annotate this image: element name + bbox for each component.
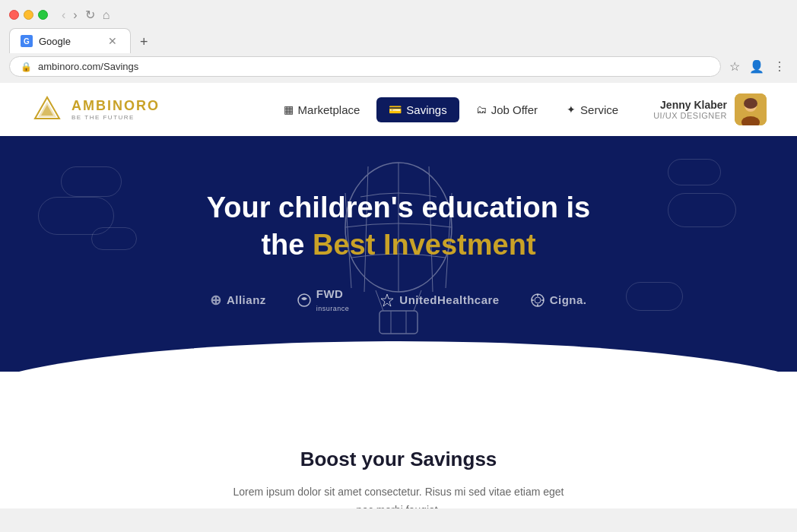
hero-title-line1: Your children's education is xyxy=(207,192,591,223)
cloud-decoration-6 xyxy=(626,282,683,311)
cloud-decoration-4 xyxy=(668,193,736,227)
bookmark-button[interactable]: ☆ xyxy=(727,57,742,76)
toolbar-icons: ☆ 👤 ⋮ xyxy=(727,57,788,76)
cigna-label: Cigna. xyxy=(550,293,587,306)
logo-tagline: BE THE FUTURE xyxy=(71,114,160,121)
nav-savings[interactable]: 💳 Savings xyxy=(376,97,459,122)
address-text: ambinoro.com/Savings xyxy=(38,61,710,72)
menu-button[interactable]: ⋮ xyxy=(771,57,788,76)
hero-title-highlight: Best Investment xyxy=(313,229,536,261)
partner-allianz: ⊕ Allianz xyxy=(210,292,265,309)
nav-marketplace[interactable]: ▦ Marketplace xyxy=(271,97,373,122)
hero-title-line2: the Best Investment xyxy=(261,229,535,261)
reload-button[interactable]: ↻ xyxy=(82,6,98,24)
partners-section: ⊕ Allianz FWDinsurance UnitedHealthcare xyxy=(210,287,586,313)
nav-job-offer-label: Job Offer xyxy=(491,103,538,116)
tab-title: Google xyxy=(39,36,100,47)
user-info: Jenny Klaber UI/UX DESIGNER xyxy=(653,99,727,120)
below-fold-section: Boost your Savingss Lorem ipsum dolor si… xyxy=(0,402,797,508)
user-area[interactable]: Jenny Klaber UI/UX DESIGNER xyxy=(653,93,767,125)
logo-area[interactable]: AMBINORO BE THE FUTURE xyxy=(30,96,160,123)
logo-name: AMBINORO xyxy=(71,98,160,114)
united-label: UnitedHealthcare xyxy=(399,293,499,306)
maximize-button[interactable] xyxy=(38,10,48,20)
address-bar[interactable]: 🔒 ambinoro.com/Savings xyxy=(9,56,721,77)
titlebar: ‹ › ↻ ⌂ xyxy=(0,0,797,28)
forward-button[interactable]: › xyxy=(70,7,80,24)
logo-icon xyxy=(30,96,64,123)
cloud-decoration-5 xyxy=(91,227,137,250)
avatar xyxy=(735,93,767,125)
hero-title: Your children's education is the Best In… xyxy=(207,189,591,264)
partner-united: UnitedHealthcare xyxy=(379,293,499,308)
hero-text: Your children's education is the Best In… xyxy=(207,189,591,264)
partner-cigna: Cigna. xyxy=(530,293,587,308)
service-icon: ✦ xyxy=(567,103,576,116)
new-tab-button[interactable]: + xyxy=(134,31,154,53)
nav-service-label: Service xyxy=(580,103,618,116)
lock-icon: 🔒 xyxy=(21,62,32,72)
website-content: AMBINORO BE THE FUTURE ▦ Marketplace 💳 S… xyxy=(0,83,797,508)
section-title: Boost your Savingss xyxy=(30,448,767,471)
tab-bar: G Google ✕ + xyxy=(0,28,797,53)
profile-button[interactable]: 👤 xyxy=(747,57,767,76)
nav-marketplace-label: Marketplace xyxy=(298,103,360,116)
close-button[interactable] xyxy=(9,10,19,20)
nav-links: ▦ Marketplace 💳 Savings 🗂 Job Offer ✦ Se… xyxy=(271,97,631,122)
savings-icon: 💳 xyxy=(389,103,402,116)
svg-point-21 xyxy=(535,297,541,303)
user-role: UI/UX DESIGNER xyxy=(653,111,727,120)
traffic-lights xyxy=(9,10,48,20)
united-icon xyxy=(379,293,395,308)
marketplace-icon: ▦ xyxy=(284,103,294,116)
back-button[interactable]: ‹ xyxy=(59,7,68,24)
user-name: Jenny Klaber xyxy=(653,99,727,111)
minimize-button[interactable] xyxy=(24,10,33,20)
fwd-icon xyxy=(297,293,312,308)
browser-chrome: ‹ › ↻ ⌂ G Google ✕ + 🔒 ambinoro.com/Savi… xyxy=(0,0,797,83)
cloud-decoration-3 xyxy=(668,159,721,185)
allianz-label: Allianz xyxy=(227,293,266,306)
nav-job-offer[interactable]: 🗂 Job Offer xyxy=(464,97,550,122)
cloud-decoration-1 xyxy=(61,166,122,197)
job-offer-icon: 🗂 xyxy=(476,103,487,116)
home-button[interactable]: ⌂ xyxy=(100,7,113,24)
address-bar-row: 🔒 ambinoro.com/Savings ☆ 👤 ⋮ xyxy=(0,53,797,83)
site-nav: AMBINORO BE THE FUTURE ▦ Marketplace 💳 S… xyxy=(0,83,797,136)
nav-savings-label: Savings xyxy=(406,103,446,116)
active-tab[interactable]: G Google ✕ xyxy=(9,28,131,53)
logo-text: AMBINORO BE THE FUTURE xyxy=(71,98,160,121)
allianz-icon: ⊕ xyxy=(210,292,222,309)
tab-favicon: G xyxy=(21,35,33,47)
cigna-icon xyxy=(530,293,545,308)
fwd-label: FWDinsurance xyxy=(316,287,350,313)
svg-rect-16 xyxy=(379,311,418,334)
avatar-image xyxy=(735,93,767,125)
partner-fwd: FWDinsurance xyxy=(297,287,350,313)
section-description: Lorem ipsum dolor sit amet consectetur. … xyxy=(231,483,566,508)
hero-section: Your children's education is the Best In… xyxy=(0,136,797,372)
tab-close-button[interactable]: ✕ xyxy=(106,34,119,48)
browser-nav-buttons: ‹ › ↻ ⌂ xyxy=(59,6,113,24)
nav-service[interactable]: ✦ Service xyxy=(554,97,630,122)
